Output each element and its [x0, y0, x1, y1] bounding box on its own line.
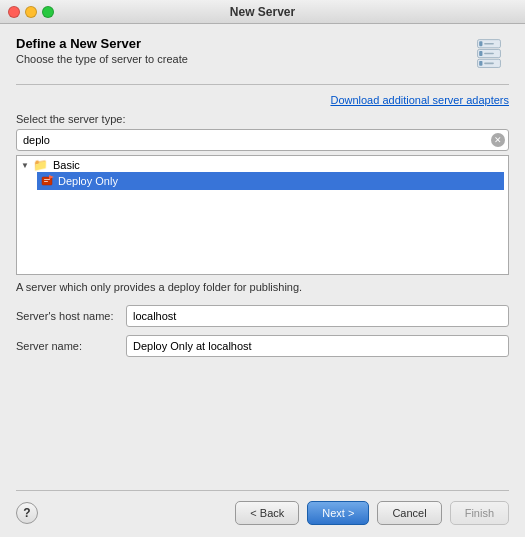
traffic-lights	[8, 6, 54, 18]
next-button[interactable]: Next >	[307, 501, 369, 525]
tree-group-row[interactable]: ▼ 📁 Basic	[21, 158, 504, 172]
help-button[interactable]: ?	[16, 502, 38, 524]
search-container: ✕	[16, 129, 509, 151]
tree-group-basic[interactable]: ▼ 📁 Basic Deploy Only	[17, 156, 508, 192]
back-button[interactable]: < Back	[235, 501, 299, 525]
close-button[interactable]	[8, 6, 20, 18]
expand-icon: ▼	[21, 161, 29, 170]
server-icon	[469, 36, 509, 76]
search-input[interactable]	[16, 129, 509, 151]
window-title: New Server	[230, 5, 295, 19]
dialog-body: Define a New Server Choose the type of s…	[0, 24, 525, 537]
server-type-tree[interactable]: ▼ 📁 Basic Deploy Only	[16, 155, 509, 275]
form-section: Server's host name: Server name:	[16, 305, 509, 357]
titlebar: New Server	[0, 0, 525, 24]
page-subtitle: Choose the type of server to create	[16, 53, 188, 65]
hostname-label: Server's host name:	[16, 310, 126, 322]
svg-rect-11	[44, 179, 50, 180]
button-bar: ? < Back Next > Cancel Finish	[16, 490, 509, 525]
button-group: < Back Next > Cancel Finish	[235, 501, 509, 525]
clear-search-button[interactable]: ✕	[491, 133, 505, 147]
servername-row: Server name:	[16, 335, 509, 357]
svg-rect-8	[484, 63, 494, 65]
hostname-row: Server's host name:	[16, 305, 509, 327]
svg-rect-4	[479, 51, 482, 56]
svg-rect-7	[479, 61, 482, 66]
finish-button[interactable]: Finish	[450, 501, 509, 525]
server-description: A server which only provides a deploy fo…	[16, 281, 509, 293]
maximize-button[interactable]	[42, 6, 54, 18]
svg-rect-1	[479, 41, 482, 46]
download-link-section: Download additional server adapters	[16, 93, 509, 107]
server-type-label: Select the server type:	[16, 113, 509, 125]
download-adapters-link[interactable]: Download additional server adapters	[330, 94, 509, 106]
deploy-icon	[41, 174, 55, 188]
svg-rect-2	[484, 43, 494, 45]
svg-rect-12	[44, 181, 48, 182]
cancel-button[interactable]: Cancel	[377, 501, 441, 525]
tree-item-deploy-only[interactable]: Deploy Only	[37, 172, 504, 190]
folder-icon: 📁	[33, 158, 48, 172]
servername-label: Server name:	[16, 340, 126, 352]
hostname-input[interactable]	[126, 305, 509, 327]
header-text: Define a New Server Choose the type of s…	[16, 36, 188, 65]
header-divider	[16, 84, 509, 85]
svg-rect-5	[484, 53, 494, 55]
spacer	[16, 357, 509, 490]
page-title: Define a New Server	[16, 36, 188, 51]
servername-input[interactable]	[126, 335, 509, 357]
minimize-button[interactable]	[25, 6, 37, 18]
tree-item-label: Deploy Only	[58, 175, 118, 187]
tree-children: Deploy Only	[21, 172, 504, 190]
tree-group-label: Basic	[53, 159, 80, 171]
header-section: Define a New Server Choose the type of s…	[16, 36, 509, 76]
